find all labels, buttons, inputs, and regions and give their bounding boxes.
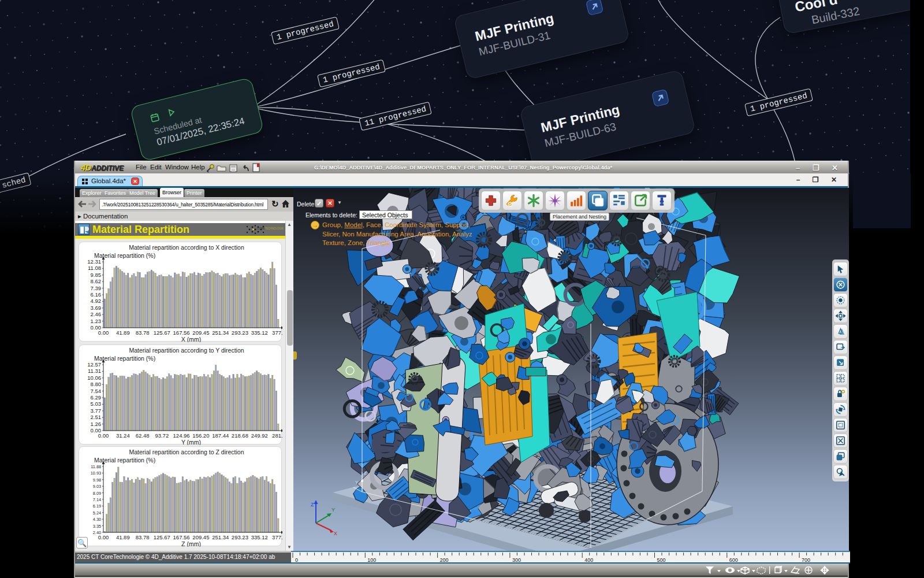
svg-text:31.24: 31.24 [116,432,130,439]
svg-text:83.78: 83.78 [136,329,150,336]
svg-text:8.62: 8.62 [91,278,102,284]
svg-text:335.12: 335.12 [251,329,268,336]
svg-text:11.88: 11.88 [91,464,101,469]
svg-text:2.51: 2.51 [91,414,102,420]
svg-text:11.31: 11.31 [88,368,101,374]
svg-text:3.77: 3.77 [91,407,102,414]
svg-text:0.00: 0.00 [98,432,109,439]
svg-text:Y: Y [331,507,335,513]
svg-text:125.67: 125.67 [154,329,170,336]
svg-text:300: 300 [512,557,521,563]
svg-text:12.31: 12.31 [87,258,101,265]
svg-text:11.08: 11.08 [88,265,101,271]
svg-text:281.1: 281.1 [272,432,282,439]
svg-text:156.20: 156.20 [192,432,209,439]
svg-text:X: X [334,531,337,536]
svg-text:6.19: 6.19 [93,503,101,509]
svg-text:10.06: 10.06 [87,375,101,381]
svg-text:4.30: 4.30 [93,517,101,522]
svg-text:0.00: 0.00 [98,329,109,336]
svg-text:187.44: 187.44 [212,432,229,439]
svg-text:6.29: 6.29 [91,394,102,401]
svg-text:9.98: 9.98 [93,477,101,483]
svg-text:700: 700 [802,557,810,563]
svg-text:Z (mm): Z (mm) [181,540,201,547]
svg-text:41.89: 41.89 [116,329,130,336]
svg-text:209.45: 209.45 [192,534,209,540]
svg-text:125.67: 125.67 [154,534,170,540]
svg-text:41.89: 41.89 [116,534,130,540]
svg-text:12.57: 12.57 [87,361,101,368]
svg-text:400: 400 [584,557,593,563]
svg-text:249.92: 249.92 [251,432,268,439]
svg-text:2.46: 2.46 [91,311,102,317]
svg-text:218.68: 218.68 [232,432,248,439]
svg-text:335.12: 335.12 [251,534,268,540]
svg-text:Y: Y [355,480,359,485]
svg-text:209.45: 209.45 [192,329,209,336]
svg-text:167.56: 167.56 [173,534,190,540]
svg-text:93.72: 93.72 [155,432,169,439]
svg-text:0: 0 [295,557,298,563]
svg-text:0.00: 0.00 [98,534,109,540]
svg-text:Material repartition according: Material repartition according to X dire… [129,244,244,251]
svg-text:7.39: 7.39 [91,285,102,291]
svg-text:9.85: 9.85 [91,272,102,278]
svg-text:500: 500 [657,557,666,563]
svg-text:5.24: 5.24 [93,510,101,516]
svg-text:1.23: 1.23 [91,318,102,324]
svg-text:Y (mm): Y (mm) [181,439,201,445]
svg-text:Material repartition according: Material repartition according to Z dire… [129,449,244,455]
svg-text:293.23: 293.23 [232,329,248,336]
svg-text:Z: Z [311,502,314,507]
svg-text:62.48: 62.48 [136,432,150,439]
svg-text:9.03: 9.03 [93,484,101,489]
svg-text:377.0: 377.0 [272,329,282,336]
svg-text:X (mm): X (mm) [181,336,201,342]
svg-text:3.69: 3.69 [91,305,102,311]
svg-text:1.26: 1.26 [91,421,102,427]
svg-text:251.34: 251.34 [212,534,229,540]
svg-text:100: 100 [367,557,376,563]
svg-text:200: 200 [440,557,449,563]
svg-text:600: 600 [729,557,738,563]
svg-text:4.92: 4.92 [91,298,102,304]
svg-text:Z: Z [364,470,367,476]
svg-text:8.80: 8.80 [91,381,102,387]
svg-text:3.35: 3.35 [93,524,101,529]
svg-text:7.54: 7.54 [91,388,102,394]
svg-text:124.96: 124.96 [173,432,190,439]
svg-text:10.93: 10.93 [91,470,101,476]
svg-text:377.0: 377.0 [272,534,282,540]
svg-text:83.78: 83.78 [136,534,150,540]
svg-text:5.03: 5.03 [91,401,102,407]
svg-text:293.23: 293.23 [232,534,248,540]
svg-text:251.34: 251.34 [212,329,229,336]
svg-text:167.56: 167.56 [173,329,190,336]
svg-text:7.14: 7.14 [93,497,101,502]
svg-text:Material repartition according: Material repartition according to Y dire… [129,347,244,354]
svg-text:6.16: 6.16 [91,291,102,298]
svg-text:8.09: 8.09 [93,491,101,496]
